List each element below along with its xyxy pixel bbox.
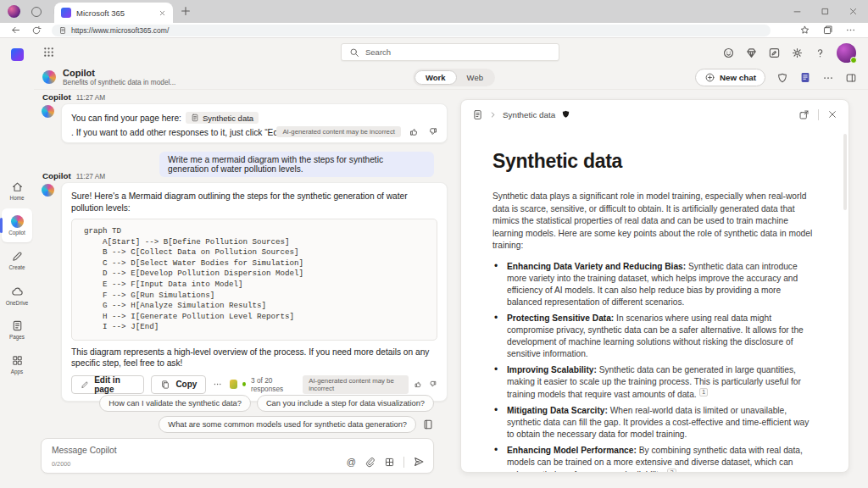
settings-gear-icon[interactable]: [791, 47, 804, 59]
code-line: D --> E[Develop Pollution Dispersion Mod…: [84, 269, 425, 280]
document-body: Synthetic data Synthetic data plays a si…: [492, 150, 816, 473]
collections-icon[interactable]: [822, 25, 833, 36]
new-chat-button[interactable]: New chat: [695, 69, 765, 86]
document-bullet: Enhancing Model Performance: By combinin…: [492, 445, 816, 473]
window-minimize-icon[interactable]: [793, 7, 802, 16]
sensitivity-shield-icon[interactable]: [561, 109, 570, 119]
browser-workspaces-icon[interactable]: [31, 7, 42, 17]
sidebar-item-home[interactable]: Home: [2, 174, 32, 208]
composer-placeholder: Message Copilot: [52, 446, 117, 455]
sidebar-item-create[interactable]: Create: [2, 243, 32, 277]
document-icon: [191, 114, 199, 122]
copy-button[interactable]: Copy: [151, 375, 206, 394]
code-line: E --> F[Input Data into Model]: [84, 280, 425, 291]
apps-grid-icon: [11, 354, 24, 367]
message-composer[interactable]: Message Copilot 0/2000 @: [41, 438, 434, 474]
tab-close-icon[interactable]: [159, 9, 166, 17]
edit-in-page-button[interactable]: Edit in page: [71, 375, 144, 394]
responses-count: 3 of 20 responses: [251, 376, 298, 393]
insert-table-icon[interactable]: [384, 457, 395, 468]
character-count: 0/2000: [52, 460, 70, 468]
notebook-icon[interactable]: [799, 71, 811, 84]
microsoft-365-logo[interactable]: [11, 48, 24, 61]
browser-menu-icon[interactable]: [845, 25, 856, 36]
thumbs-down-icon[interactable]: [428, 379, 437, 390]
copilot-avatar: [42, 105, 54, 118]
suggestion-chips: How can I validate the synthetic data? C…: [34, 395, 434, 433]
sidebar-item-onedrive[interactable]: OneDrive: [2, 278, 32, 312]
browser-tab-microsoft-365[interactable]: Microsoft 365: [54, 3, 173, 23]
suggestion-chip[interactable]: Can you include a step for data visualiz…: [257, 395, 434, 412]
page-title: Copilot: [63, 68, 175, 78]
document-title: Synthetic data: [492, 150, 816, 173]
page-link-chip[interactable]: Synthetic data: [186, 112, 259, 124]
account-avatar[interactable]: [837, 43, 856, 63]
feedback-smiley-icon[interactable]: [722, 47, 735, 59]
window-close-icon[interactable]: [849, 7, 858, 16]
suggestion-chip[interactable]: What are some common models used for syn…: [159, 416, 416, 433]
sidebar-item-pages[interactable]: Pages: [2, 313, 32, 347]
panel-close-icon[interactable]: [827, 109, 837, 119]
home-icon: [11, 180, 24, 193]
ai-disclaimer-badge: AI-generated content may be incorrect: [303, 375, 409, 394]
shield-icon[interactable]: [776, 72, 788, 84]
copy-icon: [160, 380, 170, 390]
mermaid-code-block[interactable]: graph TD A[Start] --> B[Define Pollution…: [71, 219, 437, 341]
copilot-logo: [42, 70, 56, 84]
sidebar-item-apps[interactable]: Apps: [2, 347, 32, 381]
user-message: Write me a mermaid diagram with the step…: [159, 152, 434, 177]
favorites-icon[interactable]: [799, 25, 810, 36]
address-bar[interactable]: https://www.microsoft365.com/: [52, 25, 771, 36]
breadcrumb[interactable]: Synthetic data: [503, 110, 555, 119]
document-bullet-list: Enhancing Data Variety and Reducing Bias…: [492, 261, 816, 474]
microsoft-365-favicon: [61, 8, 71, 18]
sidebar-item-copilot[interactable]: Copilot: [2, 208, 32, 242]
open-in-new-icon[interactable]: [798, 109, 810, 120]
back-icon[interactable]: [10, 25, 21, 36]
toggle-web[interactable]: Web: [457, 70, 493, 85]
browser-profile-icon[interactable]: [8, 5, 20, 18]
code-line: F --> G[Run Simulations]: [84, 291, 425, 302]
message-outro: This diagram represents a high-level ove…: [71, 347, 437, 369]
attach-icon[interactable]: [364, 457, 376, 468]
thumbs-down-icon[interactable]: [427, 126, 438, 137]
citation-badge[interactable]: 1: [699, 388, 709, 396]
copilot-message-1: You can find your page here: Synthetic d…: [61, 103, 448, 143]
help-icon[interactable]: [814, 47, 826, 59]
copilot-header: Copilot Benefits of synthetic data in mo…: [34, 66, 868, 90]
message-feedback-icon[interactable]: [768, 47, 781, 59]
side-panel-icon[interactable]: [845, 72, 857, 84]
pencil-icon: [81, 380, 89, 390]
more-options-icon[interactable]: [822, 72, 834, 84]
app-launcher-icon[interactable]: [42, 46, 55, 58]
code-line: A[Start] --> B[Define Pollution Sources]: [84, 237, 425, 248]
suggestion-chip[interactable]: How can I validate the synthetic data?: [99, 395, 251, 412]
message-more-icon[interactable]: [213, 379, 222, 390]
copilot-message-2: Sure! Here's a Mermaid diagram outlining…: [61, 182, 448, 402]
divider: [818, 109, 819, 120]
send-icon[interactable]: [413, 456, 425, 468]
thumbs-up-icon[interactable]: [409, 126, 420, 137]
mention-icon[interactable]: @: [347, 457, 356, 467]
responses-usage-icon: [230, 380, 237, 389]
pages-icon[interactable]: [472, 109, 483, 120]
thumbs-up-icon[interactable]: [414, 379, 423, 390]
site-info-icon[interactable]: [58, 26, 67, 35]
premium-diamond-icon[interactable]: [745, 47, 758, 59]
browser-tab-strip: Microsoft 365: [0, 0, 868, 23]
message-header: Copilot 11:27 AM: [42, 171, 105, 180]
document-bullet: Improving Scalability: Synthetic data ca…: [492, 364, 816, 401]
new-tab-icon[interactable]: [180, 5, 192, 17]
window-maximize-icon[interactable]: [821, 7, 830, 16]
citation-badge[interactable]: 2: [667, 469, 676, 473]
search-input[interactable]: Search: [341, 43, 559, 61]
prompt-book-icon[interactable]: [422, 419, 434, 430]
tab-title: Microsoft 365: [76, 8, 153, 18]
refresh-icon[interactable]: [31, 25, 42, 36]
panel-scrollbar[interactable]: [843, 134, 847, 210]
search-icon: [349, 47, 359, 58]
code-line: H --> I[Generate Pollution Level Reports…: [84, 312, 425, 323]
message-intro: Sure! Here's a Mermaid diagram outlining…: [71, 191, 437, 214]
presence-available-dot: [850, 57, 857, 64]
toggle-work[interactable]: Work: [415, 70, 457, 85]
